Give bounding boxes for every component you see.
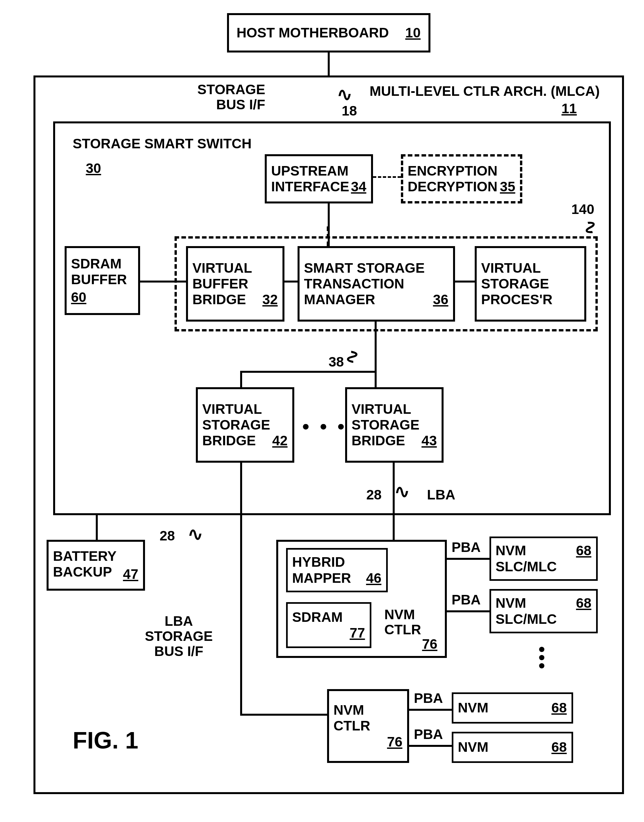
pba-b1: PBA — [414, 691, 443, 706]
virtual-storage-bridge-43-box: VIRTUAL STORAGE BRIDGE 43 — [345, 387, 443, 463]
nvm68-a2-label: NVM — [496, 595, 526, 611]
nvm-68-b1-box: NVM 68 — [452, 692, 573, 724]
figure-label: FIG. 1 — [73, 727, 138, 754]
nvm-68-b2-box: NVM 68 — [452, 732, 573, 763]
nvm68-b1-ref: 68 — [552, 700, 567, 716]
conn-ctlrb-nvm1 — [409, 709, 452, 711]
sdram-buf-label: SDRAM BUFFER — [71, 256, 133, 288]
host-motherboard-box: HOST MOTHERBOARD 10 — [227, 13, 431, 52]
block-diagram: HOST MOTHERBOARD 10 STORAGE BUS I/F ∿ 18… — [14, 13, 630, 801]
battery-ref: 47 — [123, 566, 138, 582]
switch-ref: 30 — [86, 161, 101, 176]
squiggle-28b-icon: ∿ — [394, 481, 410, 502]
hybrid-label: HYBRID MAPPER — [292, 554, 351, 586]
nvm-ctlr-a-ref: 76 — [422, 636, 438, 652]
ref-28a: 28 — [160, 528, 175, 543]
upstream-ref: 34 — [351, 179, 366, 195]
virtual-storage-bridge-42-box: VIRTUAL STORAGE BRIDGE 42 — [196, 387, 294, 463]
smart-storage-transaction-manager-box: SMART STORAGE TRANSACTION MANAGER 36 — [297, 246, 455, 322]
storage-bus-if-top-label: STORAGE BUS I/F — [198, 82, 265, 112]
mlca-ref: 11 — [562, 101, 577, 116]
vbb-label: VIRTUAL BUFFER BRIDGE — [193, 260, 252, 308]
squiggle-28a-icon: ∿ — [188, 523, 203, 545]
sdram-buf-ref: 60 — [71, 290, 133, 305]
nvm68-b1-label: NVM — [458, 700, 489, 716]
conn-sstm-vsp — [455, 281, 475, 282]
conn-vsb1-nvmctlr-b — [240, 714, 327, 716]
ref-140: 140 — [572, 202, 595, 217]
hybrid-ref: 46 — [366, 570, 382, 586]
dots-nvm-vertical: • • • — [539, 645, 545, 670]
nvm-ctlr-b-label: NVM CTLR — [334, 702, 403, 734]
conn-ctlra-nvm2 — [447, 610, 489, 612]
ref-28b: 28 — [366, 487, 382, 502]
pba-b2: PBA — [414, 727, 443, 742]
vsb1-ref: 42 — [272, 433, 288, 449]
host-label: HOST MOTHERBOARD — [236, 25, 389, 41]
conn-bus-vsb2 — [375, 371, 377, 389]
nvm68-a2-ref: 68 — [576, 595, 592, 611]
nvm-68-slc-2-box: NVM68 SLC/MLC — [489, 589, 598, 633]
conn-sstm-down — [375, 322, 377, 373]
dots-bridges: • • • — [302, 415, 347, 438]
pba-a1: PBA — [452, 540, 481, 555]
vsb2-ref: 43 — [422, 433, 437, 449]
sstm-ref: 36 — [433, 292, 448, 307]
vbb-ref: 32 — [262, 292, 278, 307]
encdec-label: ENCRYPTION DECRYPTION — [408, 163, 498, 195]
sdram77-label: SDRAM — [292, 609, 365, 625]
vsb1-label: VIRTUAL STORAGE BRIDGE — [202, 401, 270, 449]
mlca-label: MULTI-LEVEL CTLR ARCH. (MLCA) — [370, 84, 600, 99]
conn-bus-vsb1 — [240, 371, 242, 389]
conn-ctlrb-nvm2 — [409, 745, 452, 747]
conn-upstream-encdec — [373, 176, 401, 178]
slcmlc-a1: SLC/MLC — [496, 559, 592, 575]
squiggle-18-icon: ∿ — [337, 84, 352, 105]
host-ref: 10 — [405, 25, 420, 41]
lba-storage-bus-if-label: LBA STORAGE BUS I/F — [145, 613, 213, 659]
nvm68-a1-label: NVM — [496, 543, 526, 558]
virtual-buffer-bridge-box: VIRTUAL BUFFER BRIDGE 32 — [186, 246, 284, 322]
sdram-buffer-box: SDRAM BUFFER 60 — [64, 246, 140, 315]
pba-a2: PBA — [452, 592, 481, 607]
conn-switch-battery — [96, 515, 98, 540]
nvm-ctlr-a-label: NVM CTLR — [385, 607, 421, 637]
hybrid-mapper-box: HYBRID MAPPER 46 — [286, 548, 388, 592]
vsb2-label: VIRTUAL STORAGE BRIDGE — [352, 401, 420, 449]
nvm68-b2-ref: 68 — [552, 739, 567, 755]
battery-backup-box: BATTERY BACKUP 47 — [47, 540, 145, 590]
conn-vsb1-down — [240, 463, 242, 714]
sstm-label: SMART STORAGE TRANSACTION MANAGER — [304, 260, 425, 308]
encryption-decryption-box: ENCRYPTION DECRYPTION 35 — [401, 154, 522, 204]
conn-bridge-bus — [240, 371, 377, 373]
ref-18: 18 — [342, 103, 357, 118]
nvm68-b2-label: NVM — [458, 739, 489, 755]
sdram77-ref: 77 — [350, 625, 365, 641]
nvm-ctlr-b-ref: 76 — [387, 734, 403, 750]
nvm-ctlr-b-box: NVM CTLR 76 — [327, 689, 409, 763]
encdec-ref: 35 — [500, 179, 515, 195]
sdram-77-box: SDRAM 77 — [286, 602, 371, 648]
conn-ctlra-nvm1 — [447, 558, 489, 560]
conn-sdram-vbb — [140, 281, 186, 282]
slcmlc-a2: SLC/MLC — [496, 611, 592, 627]
squiggle-38-icon: ∿ — [342, 349, 363, 365]
nvm-68-slc-1-box: NVM68 SLC/MLC — [489, 537, 598, 581]
lba-label-b: LBA — [427, 487, 455, 502]
nvm68-a1-ref: 68 — [576, 543, 592, 558]
virtual-storage-processor-box: VIRTUAL STORAGE PROCES'R — [475, 246, 586, 322]
upstream-interface-box: UPSTREAM INTERFACE 34 — [265, 154, 373, 204]
upstream-label: UPSTREAM INTERFACE — [271, 163, 350, 195]
conn-vbb-sstm — [284, 281, 297, 282]
switch-label: STORAGE SMART SWITCH — [73, 136, 251, 151]
ref-38: 38 — [329, 354, 344, 370]
vsp-label: VIRTUAL STORAGE PROCES'R — [481, 260, 580, 308]
